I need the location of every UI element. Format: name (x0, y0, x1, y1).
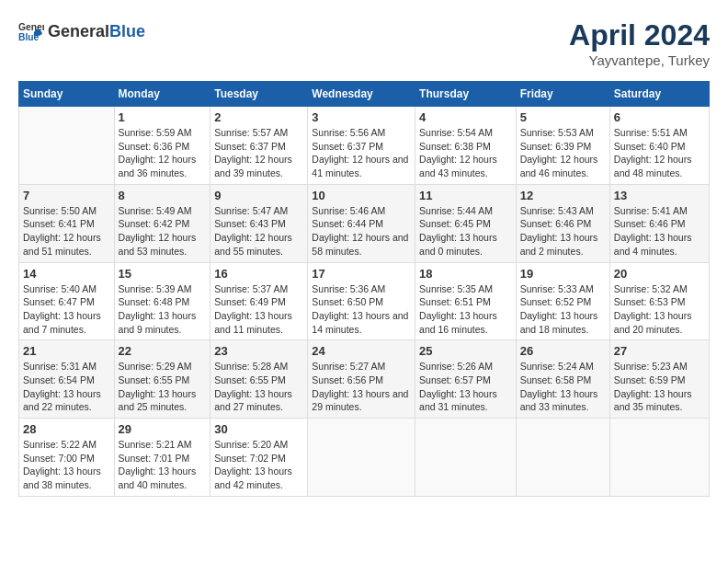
calendar-week-row: 1 Sunrise: 5:59 AM Sunset: 6:36 PM Dayli… (19, 107, 710, 185)
day-number: 18 (419, 267, 512, 281)
weekday-header: Friday (516, 82, 609, 107)
cell-sunrise: Sunrise: 5:53 AM (520, 127, 594, 138)
cell-sunset: Sunset: 6:59 PM (614, 374, 686, 385)
cell-daylight: Daylight: 12 hours and 55 minutes. (214, 232, 292, 257)
cell-sunrise: Sunrise: 5:49 AM (119, 205, 192, 216)
cell-daylight: Daylight: 12 hours and 36 minutes. (119, 154, 197, 178)
cell-daylight: Daylight: 13 hours and 14 minutes. (312, 310, 408, 335)
cell-daylight: Daylight: 12 hours and 58 minutes. (312, 232, 408, 257)
cell-sunset: Sunset: 6:39 PM (520, 141, 592, 152)
day-number: 4 (419, 110, 512, 124)
cell-daylight: Daylight: 12 hours and 53 minutes. (119, 232, 197, 257)
calendar-cell: 20 Sunrise: 5:32 AM Sunset: 6:53 PM Dayl… (609, 262, 709, 340)
cell-sunset: Sunset: 6:50 PM (312, 296, 383, 307)
cell-sunset: Sunset: 6:51 PM (419, 296, 491, 307)
day-number: 12 (520, 189, 606, 202)
cell-sunrise: Sunrise: 5:33 AM (520, 283, 594, 294)
cell-daylight: Daylight: 13 hours and 18 minutes. (520, 310, 598, 335)
calendar-cell: 19 Sunrise: 5:33 AM Sunset: 6:52 PM Dayl… (516, 262, 609, 340)
cell-daylight: Daylight: 12 hours and 51 minutes. (23, 232, 101, 257)
cell-sunset: Sunset: 6:55 PM (214, 374, 286, 385)
calendar-week-row: 28 Sunrise: 5:22 AM Sunset: 7:00 PM Dayl… (19, 419, 710, 497)
calendar-cell: 7 Sunrise: 5:50 AM Sunset: 6:41 PM Dayli… (19, 184, 115, 262)
calendar-cell: 12 Sunrise: 5:43 AM Sunset: 6:46 PM Dayl… (516, 184, 609, 262)
cell-sunset: Sunset: 6:42 PM (119, 218, 190, 229)
cell-sunset: Sunset: 6:52 PM (520, 296, 592, 307)
day-number: 15 (119, 267, 207, 281)
day-number: 30 (214, 422, 303, 436)
calendar-cell: 10 Sunrise: 5:46 AM Sunset: 6:44 PM Dayl… (308, 184, 415, 262)
calendar-cell: 26 Sunrise: 5:24 AM Sunset: 6:58 PM Dayl… (516, 340, 609, 419)
cell-daylight: Daylight: 12 hours and 41 minutes. (312, 154, 408, 178)
cell-sunrise: Sunrise: 5:27 AM (312, 361, 385, 372)
cell-daylight: Daylight: 13 hours and 16 minutes. (419, 310, 497, 335)
cell-sunset: Sunset: 6:57 PM (419, 374, 491, 385)
cell-sunset: Sunset: 6:43 PM (214, 218, 286, 229)
header: General Blue GeneralBlue April 2024 Yayv… (18, 18, 710, 68)
cell-daylight: Daylight: 13 hours and 0 minutes. (419, 232, 497, 257)
cell-sunrise: Sunrise: 5:23 AM (614, 361, 688, 372)
cell-sunset: Sunset: 6:36 PM (119, 141, 190, 152)
calendar-cell: 16 Sunrise: 5:37 AM Sunset: 6:49 PM Dayl… (210, 262, 308, 340)
day-number: 28 (23, 422, 110, 436)
cell-daylight: Daylight: 13 hours and 33 minutes. (520, 388, 598, 413)
cell-daylight: Daylight: 13 hours and 20 minutes. (614, 310, 692, 335)
calendar-cell: 22 Sunrise: 5:29 AM Sunset: 6:55 PM Dayl… (114, 340, 210, 419)
weekday-header: Thursday (415, 82, 517, 107)
cell-daylight: Daylight: 12 hours and 46 minutes. (520, 154, 598, 178)
cell-daylight: Daylight: 12 hours and 39 minutes. (214, 154, 292, 178)
day-number: 5 (520, 110, 606, 124)
cell-daylight: Daylight: 12 hours and 48 minutes. (614, 154, 692, 178)
calendar-cell: 30 Sunrise: 5:20 AM Sunset: 7:02 PM Dayl… (210, 419, 308, 497)
calendar-cell (516, 419, 609, 497)
cell-sunrise: Sunrise: 5:31 AM (23, 361, 97, 372)
weekday-header: Tuesday (210, 82, 308, 107)
day-number: 19 (520, 267, 606, 281)
calendar-cell: 2 Sunrise: 5:57 AM Sunset: 6:37 PM Dayli… (210, 107, 308, 185)
calendar-table: SundayMondayTuesdayWednesdayThursdayFrid… (18, 81, 710, 497)
cell-sunrise: Sunrise: 5:44 AM (419, 205, 493, 216)
logo-general: General (48, 22, 109, 40)
cell-daylight: Daylight: 13 hours and 35 minutes. (614, 388, 692, 413)
cell-sunrise: Sunrise: 5:41 AM (614, 205, 688, 216)
cell-sunset: Sunset: 7:01 PM (119, 453, 190, 464)
cell-sunrise: Sunrise: 5:37 AM (214, 283, 288, 294)
cell-sunset: Sunset: 6:40 PM (614, 141, 686, 152)
cell-daylight: Daylight: 12 hours and 43 minutes. (419, 154, 497, 178)
cell-sunrise: Sunrise: 5:22 AM (23, 439, 97, 450)
calendar-cell: 29 Sunrise: 5:21 AM Sunset: 7:01 PM Dayl… (114, 419, 210, 497)
cell-sunrise: Sunrise: 5:29 AM (119, 361, 192, 372)
calendar-cell: 1 Sunrise: 5:59 AM Sunset: 6:36 PM Dayli… (114, 107, 210, 185)
cell-sunset: Sunset: 7:02 PM (214, 453, 286, 464)
cell-sunrise: Sunrise: 5:56 AM (312, 127, 385, 138)
day-number: 24 (312, 344, 411, 358)
day-number: 2 (214, 110, 303, 124)
cell-daylight: Daylight: 13 hours and 40 minutes. (119, 465, 197, 490)
cell-sunrise: Sunrise: 5:35 AM (419, 283, 493, 294)
calendar-cell (609, 419, 709, 497)
cell-sunset: Sunset: 6:54 PM (23, 374, 95, 385)
calendar-cell: 14 Sunrise: 5:40 AM Sunset: 6:47 PM Dayl… (19, 262, 115, 340)
calendar-cell (415, 419, 517, 497)
svg-text:Blue: Blue (18, 32, 40, 42)
day-number: 10 (312, 189, 411, 202)
cell-sunrise: Sunrise: 5:32 AM (614, 283, 688, 294)
weekday-header: Wednesday (308, 82, 415, 107)
cell-sunrise: Sunrise: 5:21 AM (119, 439, 192, 450)
subtitle: Yayvantepe, Turkey (569, 52, 710, 68)
calendar-cell: 3 Sunrise: 5:56 AM Sunset: 6:37 PM Dayli… (308, 107, 415, 185)
calendar-cell (19, 107, 115, 185)
logo: General Blue GeneralBlue (18, 18, 145, 44)
calendar-cell: 15 Sunrise: 5:39 AM Sunset: 6:48 PM Dayl… (114, 262, 210, 340)
cell-sunset: Sunset: 6:45 PM (419, 218, 491, 229)
day-number: 25 (419, 344, 512, 358)
day-number: 29 (119, 422, 207, 436)
day-number: 1 (119, 110, 207, 124)
cell-sunset: Sunset: 6:41 PM (23, 218, 95, 229)
cell-sunset: Sunset: 6:55 PM (119, 374, 190, 385)
calendar-cell: 5 Sunrise: 5:53 AM Sunset: 6:39 PM Dayli… (516, 107, 609, 185)
cell-sunrise: Sunrise: 5:20 AM (214, 439, 288, 450)
day-number: 11 (419, 189, 512, 202)
day-number: 20 (614, 267, 705, 281)
logo-blue: Blue (109, 22, 145, 40)
